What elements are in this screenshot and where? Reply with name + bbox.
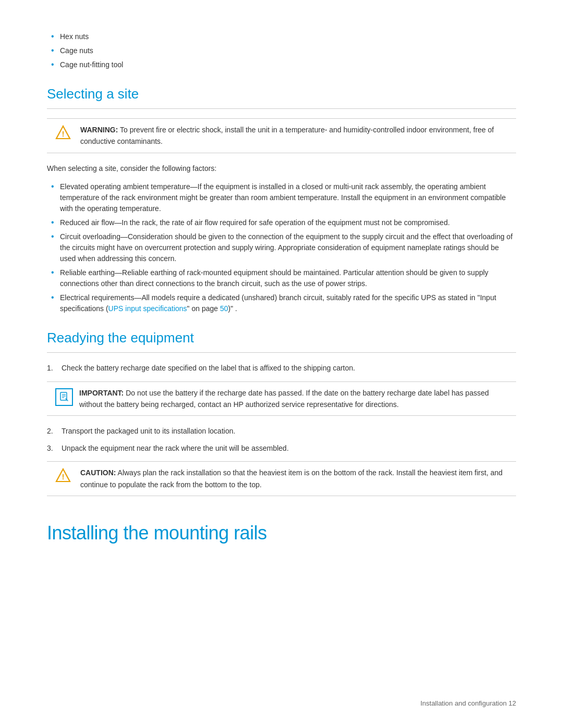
readying-steps-2-3: 2. Transport the packaged unit to its in…	[47, 425, 516, 454]
list-item: Hex nuts	[47, 31, 516, 42]
step-num-2: 2.	[47, 425, 62, 437]
step-content-3: Unpack the equipment near the rack where…	[62, 442, 516, 454]
list-item: Cage nut-fitting tool	[47, 59, 516, 70]
step-num-3: 3.	[47, 442, 62, 454]
svg-text:!: !	[62, 130, 65, 138]
heading-divider-2	[47, 352, 516, 353]
heading-divider	[47, 108, 516, 109]
warning-label: WARNING:	[80, 126, 118, 134]
step-content-2: Transport the packaged unit to its insta…	[62, 425, 516, 437]
warning-icon: !	[55, 125, 74, 140]
list-item: Circuit overloading—Consideration should…	[47, 231, 516, 264]
step-3: 3. Unpack the equipment near the rack wh…	[47, 442, 516, 454]
important-icon	[55, 388, 73, 406]
list-item: Elevated operating ambient temperature—I…	[47, 181, 516, 214]
intro-bullet-list: Hex nuts Cage nuts Cage nut-fitting tool	[47, 31, 516, 70]
list-item: Reliable earthing—Reliable earthing of r…	[47, 267, 516, 289]
svg-text:!: !	[62, 473, 65, 481]
list-item: Cage nuts	[47, 45, 516, 56]
readying-steps: 1. Check the battery recharge date speci…	[47, 362, 516, 374]
page-container: Hex nuts Cage nuts Cage nut-fitting tool…	[0, 0, 563, 728]
caution-box: ! CAUTION: Always plan the rack installa…	[47, 461, 516, 496]
important-text: Do not use the battery if the recharge d…	[79, 389, 489, 409]
step-content-1: Check the battery recharge date specifie…	[62, 362, 516, 374]
selecting-site-intro: When selecting a site, consider the foll…	[47, 163, 516, 174]
installing-mounting-rails-heading: Installing the mounting rails	[47, 522, 516, 544]
list-item: Electrical requirements—All models requi…	[47, 292, 516, 314]
caution-content: CAUTION: Always plan the rack installati…	[80, 467, 508, 490]
caution-text: Always plan the rack installation so tha…	[80, 468, 503, 488]
warning-text: To prevent fire or electric shock, insta…	[80, 126, 494, 145]
caution-label: CAUTION:	[80, 468, 116, 477]
page-footer: Installation and configuration 12	[420, 699, 516, 707]
caution-icon: !	[55, 468, 74, 483]
page-link[interactable]: 50	[220, 304, 228, 313]
list-item: Reduced air flow—In the rack, the rate o…	[47, 217, 516, 228]
warning-content: WARNING: To prevent fire or electric sho…	[80, 124, 508, 147]
warning-box: ! WARNING: To prevent fire or electric s…	[47, 118, 516, 153]
ups-link[interactable]: UPS input specifications	[108, 304, 187, 313]
step-num-1: 1.	[47, 362, 62, 374]
important-content: IMPORTANT: Do not use the battery if the…	[79, 387, 508, 411]
important-box: IMPORTANT: Do not use the battery if the…	[47, 381, 516, 416]
readying-equipment-heading: Readying the equipment	[47, 330, 516, 346]
footer-text: Installation and configuration 12	[420, 699, 516, 707]
important-label: IMPORTANT:	[79, 389, 124, 397]
step-1: 1. Check the battery recharge date speci…	[47, 362, 516, 374]
selecting-site-bullets: Elevated operating ambient temperature—I…	[47, 181, 516, 314]
step-2: 2. Transport the packaged unit to its in…	[47, 425, 516, 437]
selecting-a-site-heading: Selecting a site	[47, 86, 516, 102]
